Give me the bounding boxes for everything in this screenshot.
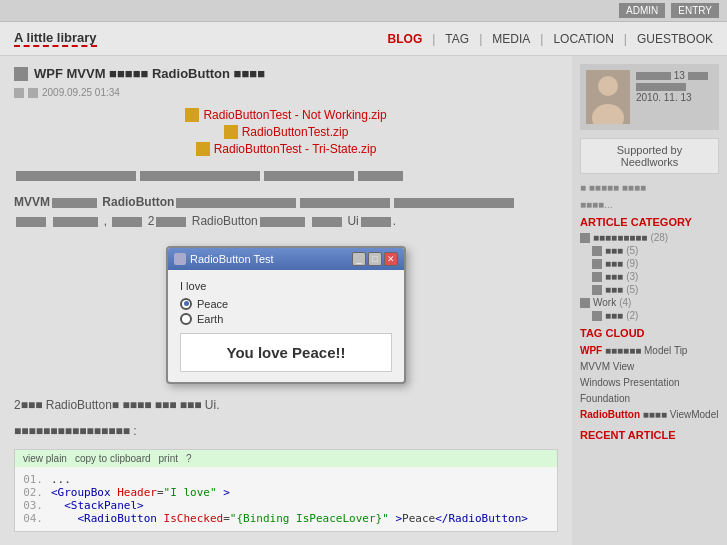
line-num-2: 02. <box>23 486 43 499</box>
radio-peace[interactable]: Peace <box>180 298 392 310</box>
tag-tip[interactable]: Tip <box>674 345 688 356</box>
tag-foundation[interactable]: Foundation <box>580 393 630 404</box>
nav-tag[interactable]: TAG <box>445 32 469 46</box>
tag-cloud: WPF ■■■■■■ Model Tip MVVM View Windows P… <box>580 343 719 423</box>
profile-info: 13 2010. 11. 13 <box>636 70 708 124</box>
code-section: view plain copy to clipboard print ? 01.… <box>14 449 558 532</box>
tag-wpf[interactable]: WPF <box>580 345 602 356</box>
dialog-body: I love Peace Earth You love Peace!! <box>168 270 404 382</box>
cat-item-7[interactable]: ■■■ (2) <box>580 310 719 321</box>
cat-item-4[interactable]: ■■■ (3) <box>580 271 719 282</box>
cat-item-2[interactable]: ■■■ (5) <box>580 245 719 256</box>
sidebar: 13 2010. 11. 13 Supported by Needlworks … <box>572 56 727 545</box>
minimize-button[interactable]: _ <box>352 252 366 266</box>
line-num-1: 01. <box>23 473 43 486</box>
radio-peace-label: Peace <box>197 298 228 310</box>
cat-icon-4 <box>592 272 602 282</box>
recent-article-title: RECENT ARTICLE <box>580 429 719 441</box>
radio-peace-circle[interactable] <box>180 298 192 310</box>
nav-guestbook[interactable]: GUESTBOOK <box>637 32 713 46</box>
code-print[interactable]: print <box>159 453 178 464</box>
sidebar-dots-1: ■ ■■■■■ ■■■■ <box>580 182 719 193</box>
code-content-2: <GroupBox Header="I love" > <box>51 486 230 499</box>
radio-earth-label: Earth <box>197 313 223 325</box>
nav-blog[interactable]: BLOG <box>388 32 423 46</box>
main-layout: WPF MVVM ■■■■■ RadioButton ■■■■ 2009.09.… <box>0 56 727 545</box>
code-view[interactable]: view plain <box>23 453 67 464</box>
file-link-3[interactable]: RadioButtonTest - Tri-State.zip <box>196 142 377 156</box>
content-area: WPF MVVM ■■■■■ RadioButton ■■■■ 2009.09.… <box>0 56 572 545</box>
code-content-3: <StackPanel> <box>51 499 144 512</box>
dialog-result-text: You love Peace!! <box>227 344 346 361</box>
dialog-titlebar: RadioButton Test _ □ ✕ <box>168 248 404 270</box>
code-section-title: ■■■■■■■■■■■■■■■■ : <box>14 422 558 441</box>
cat-item-1[interactable]: ■■■■■■■■■ (28) <box>580 232 719 243</box>
svg-point-1 <box>598 76 618 96</box>
cat-icon-7 <box>592 311 602 321</box>
code-copy[interactable]: copy to clipboard <box>75 453 151 464</box>
file-links: RadioButtonTest - Not Working.zip RadioB… <box>14 108 558 156</box>
meta-icon2 <box>28 88 38 98</box>
nav-location[interactable]: LOCATION <box>553 32 613 46</box>
sidebar-dots-2: ■■■■... <box>580 199 719 210</box>
dialog-controls: _ □ ✕ <box>352 252 398 266</box>
post-meta: 2009.09.25 01:34 <box>14 87 558 98</box>
post-title-icon <box>14 67 28 81</box>
cat-item-6[interactable]: Work (4) <box>580 297 719 308</box>
file-link-1[interactable]: RadioButtonTest - Not Working.zip <box>185 108 386 122</box>
post-title-bar: WPF MVVM ■■■■■ RadioButton ■■■■ <box>14 66 558 81</box>
top-bar: ADMIN ENTRY <box>0 0 727 22</box>
tag-radiobutton[interactable]: RadioButton <box>580 409 640 420</box>
post-text-after: 2■■■ RadioButton■ ■■■■ ■■■ ■■■ Ui. <box>14 398 558 412</box>
close-button[interactable]: ✕ <box>384 252 398 266</box>
post-title: WPF MVVM ■■■■■ RadioButton ■■■■ <box>34 66 265 81</box>
dialog-window: RadioButton Test _ □ ✕ I love Peace <box>166 246 406 384</box>
file-icon-2 <box>224 125 238 139</box>
code-body: 01. ... 02. <GroupBox Header="I love" > … <box>15 467 557 531</box>
tag-10[interactable]: ■■■■ <box>643 409 667 420</box>
cat-icon-6 <box>580 298 590 308</box>
tag-2[interactable]: ■■■■■■ <box>605 345 641 356</box>
tag-mvvm[interactable]: MVVM <box>580 361 610 372</box>
tag-model[interactable]: Model <box>644 345 671 356</box>
dialog-title-left: RadioButton Test <box>174 253 274 265</box>
cat-item-3[interactable]: ■■■ (9) <box>580 258 719 269</box>
code-help[interactable]: ? <box>186 453 192 464</box>
line-num-3: 03. <box>23 499 43 512</box>
line-num-4: 04. <box>23 512 43 525</box>
radio-earth-circle[interactable] <box>180 313 192 325</box>
avatar <box>586 70 630 124</box>
code-line-4: 04. <RadioButton IsChecked="{Binding IsP… <box>23 512 549 525</box>
dialog-group-label: I love <box>180 280 392 292</box>
cat-icon-3 <box>592 259 602 269</box>
code-line-3: 03. <StackPanel> <box>23 499 549 512</box>
radio-earth[interactable]: Earth <box>180 313 392 325</box>
file-link-2[interactable]: RadioButtonTest.zip <box>224 125 349 139</box>
code-content-4: <RadioButton IsChecked="{Binding IsPeace… <box>51 512 528 525</box>
cat-item-5[interactable]: ■■■ (5) <box>580 284 719 295</box>
code-line-1: 01. ... <box>23 473 549 486</box>
tag-windows[interactable]: Windows <box>580 377 621 388</box>
post-date: 2009.09.25 01:34 <box>42 87 120 98</box>
tag-view[interactable]: View <box>613 361 635 372</box>
maximize-button[interactable]: □ <box>368 252 382 266</box>
category-title: ARTICLE CATEGORY <box>580 216 719 228</box>
file-icon-3 <box>196 142 210 156</box>
header: A little library BLOG | TAG | MEDIA | LO… <box>0 22 727 56</box>
category-list: ■■■■■■■■■ (28) ■■■ (5) ■■■ (9) ■■■ (3) ■… <box>580 232 719 321</box>
dialog-title-text: RadioButton Test <box>190 253 274 265</box>
tag-cloud-title: TAG CLOUD <box>580 327 719 339</box>
admin-button[interactable]: ADMIN <box>619 3 665 18</box>
file-icon-1 <box>185 108 199 122</box>
tag-viewmodel[interactable]: ViewModel <box>670 409 719 420</box>
meta-icon <box>14 88 24 98</box>
profile-date: 2010. 11. 13 <box>636 92 692 103</box>
entry-button[interactable]: ENTRY <box>671 3 719 18</box>
nav-media[interactable]: MEDIA <box>492 32 530 46</box>
dialog-result: You love Peace!! <box>180 333 392 372</box>
tag-presentation[interactable]: Presentation <box>623 377 679 388</box>
site-title: A little library <box>14 30 97 47</box>
supported-block: Supported by Needlworks <box>580 138 719 174</box>
nav-links: BLOG | TAG | MEDIA | LOCATION | GUESTBOO… <box>388 32 713 46</box>
cat-icon-2 <box>592 246 602 256</box>
